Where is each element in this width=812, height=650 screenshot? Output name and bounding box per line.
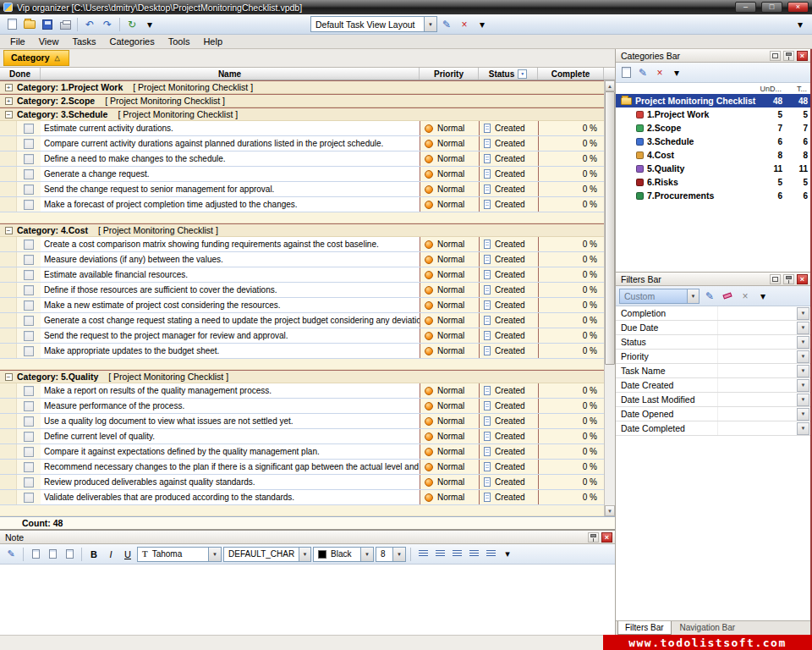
copy-icon[interactable] [45,547,60,562]
group-header-row[interactable]: −Category: 5.Quality[ Project Monitoring… [0,370,604,383]
pin-icon[interactable] [783,274,794,284]
categories-close-icon[interactable]: × [797,51,808,61]
print-icon[interactable] [57,16,74,33]
column-header-done[interactable]: Done [0,68,41,80]
chevron-down-icon[interactable]: ▼ [687,289,699,303]
delete-layout-icon[interactable]: × [456,16,473,33]
task-checkbox[interactable] [24,416,34,427]
open-file-icon[interactable] [21,16,38,33]
task-checkbox[interactable] [24,139,34,149]
note-editor[interactable] [0,565,615,635]
toolbar-overflow-icon[interactable]: ▾ [792,16,809,33]
underline-button[interactable]: U [120,547,135,562]
filter-dropdown-icon[interactable]: ▼ [797,322,809,334]
scroll-up-icon[interactable]: ▲ [605,80,615,91]
status-filter-icon[interactable]: ▼ [518,69,527,79]
pin-icon[interactable] [783,51,794,61]
add-category-icon[interactable] [618,65,634,80]
chevron-down-icon[interactable]: ▼ [299,548,310,561]
task-checkbox[interactable] [24,185,34,195]
note-toolbar-overflow-icon[interactable]: ▾ [500,547,515,562]
category-item[interactable]: 1.Project Work55 [616,107,810,121]
save-filter-icon[interactable]: ✎ [702,289,717,304]
category-item[interactable]: 5.Quality1111 [616,162,810,175]
layout-options-icon[interactable]: ▾ [474,16,491,33]
paste-icon[interactable] [62,547,77,562]
edit-layout-icon[interactable]: ✎ [438,16,455,33]
delete-filter-icon[interactable]: × [738,289,753,304]
filter-dropdown-icon[interactable]: ▼ [797,365,809,377]
task-checkbox[interactable] [24,462,34,472]
task-checkbox[interactable] [24,285,34,295]
chevron-down-icon[interactable]: ▼ [360,548,373,561]
menu-file[interactable]: File [3,36,32,47]
menu-categories[interactable]: Categories [103,36,162,47]
category-item[interactable]: 2.Scope77 [616,121,810,135]
tree-root-item[interactable]: Project Monitoring Checklist4848 [616,94,810,107]
bold-button[interactable]: B [86,547,102,562]
filter-options-icon[interactable]: ▾ [755,289,771,304]
category-item[interactable]: 4.Cost88 [616,148,810,162]
new-task-icon[interactable] [3,16,20,33]
filter-dropdown-icon[interactable]: ▼ [797,350,809,363]
minimize-button[interactable]: – [735,2,756,13]
task-checkbox[interactable] [24,331,34,341]
group-header-row[interactable]: −Category: 3.Schedule[ Project Monitorin… [0,107,604,121]
align-right-icon[interactable] [449,547,464,562]
chevron-down-icon[interactable]: ▼ [208,548,221,561]
group-header-row[interactable]: −Category: 4.Cost[ Project Monitoring Ch… [0,223,604,237]
column-header-priority[interactable]: Priority [420,68,479,80]
chevron-down-icon[interactable]: ▼ [392,548,405,561]
filter-dropdown-icon[interactable]: ▼ [797,422,809,435]
group-header-row[interactable]: +Category: 1.Project Work[ Project Monit… [0,80,604,94]
maximize-button[interactable]: □ [761,2,782,13]
category-item[interactable]: 3.Schedule66 [616,135,810,148]
task-view-layout-select[interactable]: Default Task View Layout ▼ [310,16,437,32]
task-checkbox[interactable] [24,386,34,396]
expand-icon[interactable]: + [5,97,13,105]
scroll-down-icon[interactable]: ▼ [605,505,615,516]
task-checkbox[interactable] [24,300,34,311]
task-checkbox[interactable] [24,240,34,250]
tools-dropdown-icon[interactable]: ▾ [141,16,158,33]
pin-icon[interactable] [588,532,599,543]
column-header-name[interactable]: Name [41,68,420,80]
edit-category-icon[interactable]: ✎ [635,65,650,80]
menu-view[interactable]: View [32,36,66,47]
task-checkbox[interactable] [24,124,34,134]
total-column-header[interactable]: T... [785,85,810,93]
task-checkbox[interactable] [24,270,34,280]
collapse-icon[interactable]: − [5,111,13,118]
window-position-icon[interactable] [770,51,781,61]
filter-dropdown-icon[interactable]: ▼ [797,307,809,320]
char-style-select[interactable]: DEFAULT_CHAR ▼ [223,547,311,562]
tab-navigation-bar[interactable]: Navigation Bar [672,621,743,635]
menu-tasks[interactable]: Tasks [65,36,102,47]
refresh-icon[interactable]: ↻ [123,16,140,33]
categories-options-icon[interactable]: ▾ [669,65,684,80]
tab-filters-bar[interactable]: Filters Bar [617,621,672,635]
scrollbar-thumb[interactable] [605,91,615,365]
filter-dropdown-icon[interactable]: ▼ [797,408,809,421]
menu-help[interactable]: Help [196,36,229,47]
task-checkbox[interactable] [24,169,34,179]
align-left-icon[interactable] [415,547,431,562]
save-icon[interactable] [39,16,56,33]
close-button[interactable]: × [787,2,809,13]
filter-dropdown-icon[interactable]: ▼ [797,336,809,349]
font-color-select[interactable]: Black ▼ [313,547,374,562]
font-size-select[interactable]: 8 ▼ [376,547,406,562]
task-checkbox[interactable] [24,493,34,503]
task-checkbox[interactable] [24,401,34,411]
redo-icon[interactable]: ↷ [99,16,116,33]
task-checkbox[interactable] [24,346,34,356]
category-item[interactable]: 6.Risks55 [616,175,810,189]
filter-dropdown-icon[interactable]: ▼ [797,394,809,406]
spell-check-icon[interactable]: ✎ [3,547,19,562]
grid-vertical-scrollbar[interactable]: ▲ ▼ [604,80,615,516]
task-checkbox[interactable] [24,316,34,326]
numbered-list-icon[interactable] [483,547,498,562]
collapse-icon[interactable]: − [5,227,13,234]
cut-icon[interactable] [28,547,43,562]
font-family-select[interactable]: T Tahoma ▼ [137,547,222,562]
